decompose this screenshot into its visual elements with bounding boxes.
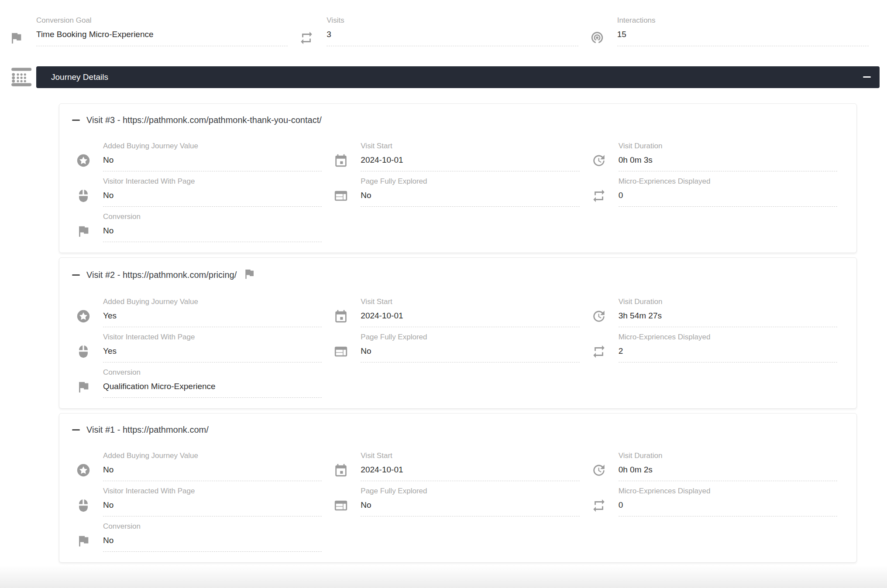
visit-field: Conversion No <box>72 516 330 552</box>
repeat-icon <box>591 344 606 359</box>
field-value: Yes <box>103 311 322 327</box>
visit-card: Visit #2 - https://pathmonk.com/pricing/… <box>59 257 857 409</box>
flag-icon <box>76 379 91 394</box>
field-value: 2024-10-01 <box>361 155 579 171</box>
visit-card: Visit #1 - https://pathmonk.com/ Added B… <box>59 413 857 563</box>
flag-icon <box>76 224 91 239</box>
clock-icon <box>591 463 606 478</box>
calendar-icon <box>333 309 348 324</box>
visit-field: Added Buying Journey Value No <box>72 446 330 481</box>
repeat-icon <box>591 498 606 513</box>
visit-field: Visit Start 2024-10-01 <box>330 292 587 327</box>
field-label: Visit Start <box>361 451 579 461</box>
visit-field: Visit Duration 0h 0m 3s <box>588 136 845 171</box>
visit-title: Visit #2 - https://pathmonk.com/pricing/ <box>86 269 237 280</box>
clock-icon <box>591 309 606 324</box>
field-label: Visit Duration <box>619 141 837 151</box>
metric-value: Time Booking Micro-Experience <box>36 29 288 46</box>
field-label: Page Fully Explored <box>361 177 579 186</box>
star-circle-icon <box>76 309 91 324</box>
calendar-icon <box>333 463 348 478</box>
visit-fields: Added Buying Journey Value No Visit Star… <box>72 446 845 552</box>
visit-card-header[interactable]: Visit #1 - https://pathmonk.com/ <box>72 424 845 435</box>
flag-icon <box>9 31 24 45</box>
repeat-icon <box>591 188 606 203</box>
metric-label: Conversion Goal <box>36 16 288 25</box>
visit-card-header[interactable]: Visit #2 - https://pathmonk.com/pricing/ <box>72 268 845 281</box>
visit-cards-list: Visit #3 - https://pathmonk.com/pathmonk… <box>59 103 857 563</box>
visit-fields: Added Buying Journey Value Yes Visit Sta… <box>72 292 845 398</box>
section-title: Journey Details <box>51 72 108 82</box>
field-label: Conversion <box>103 368 322 377</box>
visit-card-header[interactable]: Visit #3 - https://pathmonk.com/pathmonk… <box>72 114 845 126</box>
flag-icon <box>243 267 256 280</box>
field-value: 3h 54m 27s <box>619 311 837 327</box>
visit-field: Visit Start 2024-10-01 <box>330 136 587 171</box>
field-value: 0 <box>619 500 837 516</box>
field-label: Page Fully Explored <box>361 332 579 342</box>
table-list-icon <box>8 63 36 91</box>
field-label: Visit Duration <box>619 297 837 307</box>
collapse-dash-icon <box>72 429 80 431</box>
field-value: 0 <box>619 190 837 207</box>
field-value: 2024-10-01 <box>361 465 579 481</box>
field-label: Conversion <box>103 212 322 222</box>
visit-field: Page Fully Explored No <box>330 327 587 362</box>
field-value: 2024-10-01 <box>361 311 579 327</box>
field-label: Visit Start <box>361 297 579 307</box>
metric-visits: Visits 3 <box>288 16 578 46</box>
visit-title: Visit #3 - https://pathmonk.com/pathmonk… <box>86 114 322 126</box>
mouse-icon <box>76 344 91 359</box>
visit-field: Micro-Expriences Displayed 0 <box>588 171 845 207</box>
field-value: No <box>103 465 322 481</box>
field-value: 0h 0m 2s <box>619 465 837 481</box>
star-circle-icon <box>76 153 91 168</box>
field-label: Visitor Interacted With Page <box>103 177 322 186</box>
field-value: No <box>103 535 322 552</box>
interactions-icon <box>590 31 605 45</box>
field-value: 0h 0m 3s <box>619 155 837 171</box>
collapse-dash-icon <box>72 120 80 121</box>
field-value: 2 <box>619 346 837 362</box>
field-label: Visit Duration <box>619 451 837 461</box>
visit-field: Conversion Qualification Micro-Experienc… <box>72 362 330 398</box>
visit-title: Visit #1 - https://pathmonk.com/ <box>86 424 209 435</box>
visit-field: Visitor Interacted With Page Yes <box>72 327 330 362</box>
field-label: Conversion <box>103 522 322 531</box>
mouse-icon <box>76 498 91 513</box>
web-page-icon <box>333 188 348 203</box>
page-bottom-fade <box>0 565 887 588</box>
visit-field: Conversion No <box>72 207 330 242</box>
web-page-icon <box>333 498 348 513</box>
field-label: Micro-Expriences Displayed <box>619 332 837 342</box>
visit-field: Micro-Expriences Displayed 2 <box>588 327 845 362</box>
metric-interactions: Interactions 15 <box>578 16 869 46</box>
field-label: Added Buying Journey Value <box>103 451 322 461</box>
visit-field: Visit Duration 0h 0m 2s <box>588 446 845 481</box>
visit-field: Visit Duration 3h 54m 27s <box>588 292 845 327</box>
repeat-icon <box>299 31 314 45</box>
star-circle-icon <box>76 463 91 478</box>
metric-value: 3 <box>327 29 578 46</box>
field-label: Micro-Expriences Displayed <box>619 177 837 186</box>
journey-details-section-header: Journey Details <box>0 63 887 91</box>
field-value: No <box>103 155 322 171</box>
visit-field: Page Fully Explored No <box>330 171 587 207</box>
web-page-icon <box>333 344 348 359</box>
field-label: Added Buying Journey Value <box>103 141 322 151</box>
field-value: No <box>103 190 322 207</box>
metric-label: Interactions <box>617 16 869 25</box>
field-label: Added Buying Journey Value <box>103 297 322 307</box>
field-label: Page Fully Explored <box>361 486 579 496</box>
mouse-icon <box>76 188 91 203</box>
collapse-section-button[interactable] <box>863 74 871 80</box>
field-value: No <box>103 500 322 516</box>
flag-icon <box>76 533 91 548</box>
field-value: No <box>361 500 579 516</box>
field-label: Visitor Interacted With Page <box>103 332 322 342</box>
visit-field: Added Buying Journey Value Yes <box>72 292 330 327</box>
field-label: Visit Start <box>361 141 579 151</box>
calendar-icon <box>333 153 348 168</box>
visit-card: Visit #3 - https://pathmonk.com/pathmonk… <box>59 103 857 253</box>
metric-value: 15 <box>617 29 869 46</box>
